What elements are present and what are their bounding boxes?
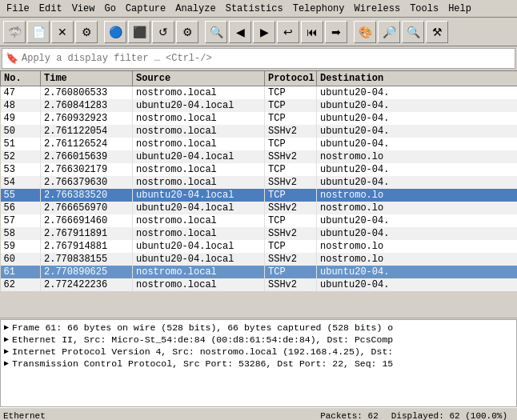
packet-table-body: 472.760806533nostromo.localTCPubuntu20-0… [1, 86, 518, 292]
packet-list-area: No. Time Source Protocol Destination 472… [0, 70, 517, 318]
cell-no: 49 [1, 112, 41, 125]
detail-line[interactable]: ▶Frame 61: 66 bytes on wire (528 bits), … [4, 322, 513, 334]
table-row[interactable]: 522.766015639ubuntu20-04.localSSHv2nostr… [1, 150, 518, 163]
cell-time: 2.767914881 [41, 240, 133, 253]
menu-file[interactable]: File [2, 2, 34, 16]
toolbar-forward-btn[interactable]: ▶ [253, 21, 275, 43]
cell-no: 52 [1, 150, 41, 163]
cell-no: 48 [1, 99, 41, 112]
cell-src: nostromo.local [133, 86, 265, 100]
table-row[interactable]: 542.766379630nostromo.localSSHv2ubuntu20… [1, 176, 518, 189]
toolbar-preferences-btn[interactable]: ⚙ [75, 21, 98, 43]
toolbar-restart-btn[interactable]: ↺ [152, 21, 174, 43]
table-row[interactable]: 552.766383520ubuntu20-04.localTCPnostrom… [1, 189, 518, 202]
cell-src: nostromo.local [133, 125, 265, 138]
table-row[interactable]: 532.766302179nostromo.localTCPubuntu20-0… [1, 163, 518, 176]
toolbar-stop-btn[interactable]: ⬛ [128, 21, 150, 43]
table-row[interactable]: 582.767911891nostromo.localSSHv2ubuntu20… [1, 227, 518, 240]
detail-line[interactable]: ▶Ethernet II, Src: Micro-St_54:de:84 (00… [4, 334, 513, 346]
table-row[interactable]: 482.760841283ubuntu20-04.localTCPubuntu2… [1, 99, 518, 112]
col-header-time[interactable]: Time [41, 71, 133, 86]
table-row[interactable]: 492.760932923nostromo.localTCPubuntu20-0… [1, 112, 518, 125]
cell-dst: ubuntu20-04. [317, 214, 518, 227]
table-row[interactable]: 612.770890625nostromo.localTCPubuntu20-0… [1, 266, 518, 278]
cell-dst: nostromo.lo [317, 189, 518, 202]
detail-line[interactable]: ▶Transmission Control Protocol, Src Port… [4, 358, 513, 370]
cell-src: ubuntu20-04.local [133, 253, 265, 266]
cell-proto: TCP [265, 214, 317, 227]
cell-dst: ubuntu20-04. [317, 176, 518, 189]
table-row[interactable]: 562.766656970ubuntu20-04.localSSHv2nostr… [1, 202, 518, 214]
details-panel: ▶Frame 61: 66 bytes on wire (528 bits), … [0, 319, 517, 407]
menu-go[interactable]: Go [99, 2, 120, 16]
toolbar-back-btn[interactable]: ◀ [229, 21, 251, 43]
menu-analyze[interactable]: Analyze [170, 2, 220, 16]
col-header-no[interactable]: No. [1, 71, 41, 86]
expand-arrow-icon[interactable]: ▶ [4, 358, 9, 368]
expand-arrow-icon[interactable]: ▶ [4, 346, 9, 356]
menu-statistics[interactable]: Statistics [221, 2, 288, 16]
menu-telephony[interactable]: Telephony [288, 2, 350, 16]
col-header-protocol[interactable]: Protocol [265, 71, 317, 86]
cell-no: 56 [1, 202, 41, 214]
cell-no: 55 [1, 189, 41, 202]
toolbar-capture-options-btn[interactable]: ⚙ [176, 21, 198, 43]
cell-no: 59 [1, 240, 41, 253]
detail-line[interactable]: ▶Internet Protocol Version 4, Src: nostr… [4, 346, 513, 358]
toolbar-open-btn[interactable]: 📄 [27, 21, 50, 43]
toolbar-close-btn[interactable]: ✕ [51, 21, 74, 43]
toolbar-return-btn[interactable]: ↩ [277, 21, 299, 43]
packet-table-container[interactable]: No. Time Source Protocol Destination 472… [0, 70, 517, 318]
detail-text: Internet Protocol Version 4, Src: nostro… [12, 346, 513, 357]
table-row[interactable]: 472.760806533nostromo.localTCPubuntu20-0… [1, 86, 518, 100]
table-row[interactable]: 602.770838155ubuntu20-04.localSSHv2nostr… [1, 253, 518, 266]
cell-dst: ubuntu20-04. [317, 163, 518, 176]
table-row[interactable]: 622.772422236nostromo.localSSHv2ubuntu20… [1, 278, 518, 291]
cell-dst: ubuntu20-04. [317, 125, 518, 138]
menu-view[interactable]: View [67, 2, 100, 16]
cell-dst: ubuntu20-04. [317, 266, 518, 278]
cell-time: 2.766656970 [41, 202, 133, 214]
status-interface: Ethernet [3, 411, 314, 421]
cell-src: nostromo.local [133, 227, 265, 240]
menu-wireless[interactable]: Wireless [350, 2, 406, 16]
toolbar-last-btn[interactable]: ➡ [325, 21, 347, 43]
table-row[interactable]: 572.766691460nostromo.localTCPubuntu20-0… [1, 214, 518, 227]
menu-help[interactable]: Help [443, 2, 476, 16]
cell-proto: SSHv2 [265, 227, 317, 240]
cell-dst: ubuntu20-04. [317, 99, 518, 112]
toolbar-normal-size-btn[interactable]: ⚒ [426, 21, 448, 43]
toolbar-colorize-btn[interactable]: 🎨 [354, 21, 376, 43]
toolbar-first-btn[interactable]: ⏮ [301, 21, 323, 43]
expand-arrow-icon[interactable]: ▶ [4, 322, 9, 332]
table-row[interactable]: 502.761122054nostromo.localSSHv2ubuntu20… [1, 125, 518, 138]
toolbar-find-btn[interactable]: 🔍 [205, 21, 227, 43]
cell-dst: ubuntu20-04. [317, 112, 518, 125]
cell-proto: TCP [265, 112, 317, 125]
toolbar-zoom-in-btn[interactable]: 🔎 [378, 21, 400, 43]
filter-input[interactable] [22, 53, 511, 64]
cell-time: 2.761126524 [41, 138, 133, 150]
toolbar-shark-btn[interactable]: 🦈 [3, 21, 26, 43]
toolbar-zoom-out-btn[interactable]: 🔍 [402, 21, 424, 43]
cell-src: ubuntu20-04.local [133, 240, 265, 253]
expand-arrow-icon[interactable]: ▶ [4, 334, 9, 344]
cell-proto: SSHv2 [265, 278, 317, 291]
cell-time: 2.766015639 [41, 150, 133, 163]
cell-proto: SSHv2 [265, 125, 317, 138]
menu-capture[interactable]: Capture [121, 2, 170, 16]
filter-icon: 🔖 [6, 52, 18, 65]
col-header-source[interactable]: Source [133, 71, 265, 86]
menu-edit[interactable]: Edit [34, 2, 67, 16]
menu-tools[interactable]: Tools [405, 2, 443, 16]
toolbar: 🦈 📄 ✕ ⚙ 🔵 ⬛ ↺ ⚙ 🔍 ◀ ▶ ↩ ⏮ ➡ 🎨 🔎 🔍 ⚒ [0, 18, 517, 46]
col-header-destination[interactable]: Destination [317, 71, 518, 86]
cell-src: nostromo.local [133, 138, 265, 150]
cell-proto: TCP [265, 99, 317, 112]
toolbar-start-btn[interactable]: 🔵 [104, 21, 126, 43]
table-row[interactable]: 512.761126524nostromo.localTCPubuntu20-0… [1, 138, 518, 150]
table-row[interactable]: 592.767914881ubuntu20-04.localTCPnostrom… [1, 240, 518, 253]
status-displayed: Displayed: 62 (100.0%) [385, 411, 514, 421]
cell-proto: TCP [265, 138, 317, 150]
cell-dst: nostromo.lo [317, 253, 518, 266]
